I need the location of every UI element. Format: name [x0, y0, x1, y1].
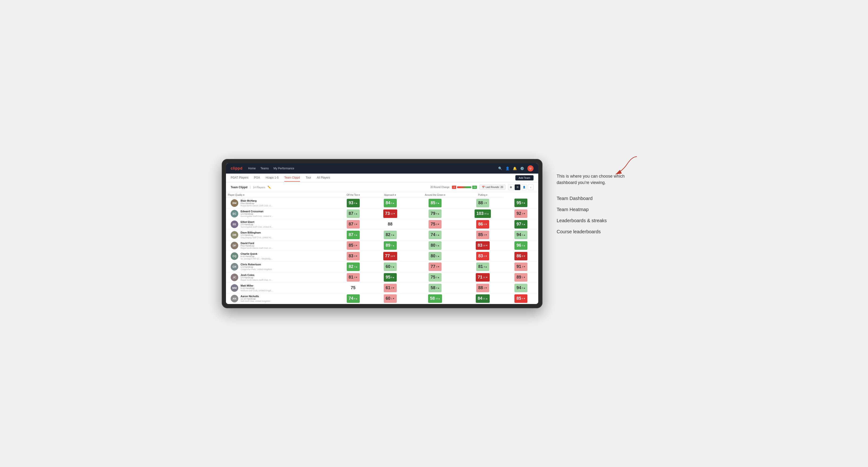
score-value: 95 — [517, 200, 521, 206]
player-name: Josh Coles — [241, 274, 333, 276]
table-row[interactable]: JCJosh Coles1-5 HandicapRoyal North Devo… — [226, 272, 538, 283]
nav-teams[interactable]: Teams — [260, 166, 269, 171]
view-table-icon[interactable]: ☰ — [515, 184, 520, 190]
player-cell: JCJosh Coles1-5 HandicapRoyal North Devo… — [226, 272, 335, 283]
score-change: 3 — [484, 234, 487, 236]
table-row[interactable]: BMBlair McHargPlus HandicapRoyal North D… — [226, 198, 538, 208]
last-rounds-value: 20 — [500, 186, 503, 188]
player-info: Blair McHargPlus HandicapRoyal North Dev… — [241, 199, 333, 207]
score-cell-putting: 854 — [503, 293, 538, 304]
player-cell: EEElliot Ebert1-5 HandicapSunningdale Go… — [226, 219, 335, 229]
table-row[interactable]: CRChris Robertson1-5 HandicapCraigmillar… — [226, 261, 538, 272]
col-off-tee[interactable]: Off the Tee ▾ — [335, 192, 372, 198]
score-cell-off_tee: 613 — [372, 283, 408, 293]
col-around-green[interactable]: Around the Green ▾ — [408, 192, 462, 198]
avatar[interactable]: U — [527, 165, 533, 172]
option-leaderboards[interactable]: Leaderboards & streaks — [557, 215, 646, 226]
table-row[interactable]: EEElliot Ebert1-5 HandicapSunningdale Go… — [226, 219, 538, 229]
player-cell: BMBlair McHargPlus HandicapRoyal North D… — [226, 198, 335, 208]
score-cell-off_tee: 7311 — [372, 208, 408, 219]
score-change: 6 — [391, 202, 395, 204]
score-cell-off_tee: 897 — [372, 240, 408, 251]
subnav-all-players[interactable]: All Players — [317, 174, 330, 182]
score-value: 96 — [517, 243, 521, 248]
user-icon[interactable]: 👤 — [505, 166, 509, 170]
table-row[interactable]: CQCharlie Quick6-10 HandicapSt. George's… — [226, 251, 538, 261]
score-cell-approach: 752 — [408, 272, 462, 283]
nav-home[interactable]: Home — [248, 166, 256, 171]
table-row[interactable]: MMMatt Miller6-10 HandicapWoburn Golf Cl… — [226, 283, 538, 293]
change-bar-visual — [457, 186, 471, 188]
player-cell: ECEdward Crossman1-5 HandicapSunningdale… — [226, 209, 335, 219]
option-course-leaderboards[interactable]: Course leaderboards — [557, 226, 646, 237]
score-change: 14 — [391, 255, 395, 257]
score-change: 3 — [436, 244, 440, 247]
player-club: Sunningdale Golf Club, United Kingdom — [241, 215, 274, 217]
score-value: 97 — [517, 222, 521, 227]
last-rounds-button[interactable]: 📅 Last Rounds: 20 — [479, 185, 506, 190]
score-value: 77 — [431, 264, 435, 269]
table-row[interactable]: DFDavid FordPlus HandicapRoyal North Dev… — [226, 240, 538, 251]
score-cell-player_quality: 874 — [335, 229, 372, 240]
score-cell-player_quality: 873 — [335, 219, 372, 229]
score-value: 83 — [478, 243, 483, 248]
score-cell-approach: 753 — [408, 219, 462, 229]
subnav-pgat[interactable]: PGAT Players — [231, 174, 248, 182]
bell-icon[interactable]: 🔔 — [513, 166, 517, 170]
nav-icons: 🔍 👤 🔔 ⚙️ U — [498, 165, 533, 172]
option-team-dashboard[interactable]: Team Dashboard — [557, 193, 646, 204]
score-value: 79 — [431, 211, 435, 216]
score-change: 3 — [354, 266, 358, 268]
col-putting[interactable]: Putting ▾ — [462, 192, 503, 198]
top-nav: clippd Home Teams My Performance 🔍 👤 🔔 ⚙… — [226, 163, 538, 174]
subnav-tour[interactable]: Tour — [306, 174, 311, 182]
player-name: Chris Robertson — [241, 263, 333, 266]
score-change: 3 — [522, 266, 526, 268]
score-cell-putting: 913 — [503, 261, 538, 272]
table-row[interactable]: ANAaron Nicholls11-15 HandicapDrift Golf… — [226, 293, 538, 304]
player-handicap: 1-5 Handicap — [241, 234, 333, 236]
score-change: 4 — [354, 202, 358, 204]
score-cell-player_quality: 833 — [335, 251, 372, 261]
score-value: 85 — [517, 296, 521, 301]
subnav-pga[interactable]: PGA — [254, 174, 260, 182]
arrow-down-icon — [485, 287, 487, 289]
view-download-icon[interactable]: ↓ — [528, 184, 533, 190]
col-player[interactable]: Player Quality ▾ — [226, 192, 335, 198]
player-info: Dave Billingham1-5 HandicapGog Magog Gol… — [241, 231, 333, 239]
arrow-up-icon — [393, 244, 395, 247]
table-row[interactable]: ECEdward Crossman1-5 HandicapSunningdale… — [226, 208, 538, 219]
score-change: 4 — [522, 298, 526, 300]
player-handicap: 11-15 Handicap — [241, 298, 333, 300]
nav-my-performance[interactable]: My Performance — [273, 166, 294, 171]
subnav-hcaps[interactable]: Hcaps 1-5 — [266, 174, 279, 182]
view-grid-icon[interactable]: ⊞ — [508, 184, 514, 190]
arrow-up-icon — [437, 255, 440, 257]
score-cell-player_quality: 823 — [335, 261, 372, 272]
search-icon[interactable]: 🔍 — [498, 166, 502, 170]
player-info: David FordPlus HandicapRoyal North Devon… — [241, 242, 333, 249]
option-team-heatmap[interactable]: Team Heatmap — [557, 204, 646, 215]
edit-icon[interactable]: ✏️ — [268, 186, 271, 189]
player-name: Blair McHarg — [241, 199, 333, 202]
score-cell-around_green: 8421 — [462, 293, 503, 304]
arrow-up-icon — [393, 202, 395, 204]
settings-icon[interactable]: ⚙️ — [520, 166, 524, 170]
avatar: EC — [231, 210, 238, 217]
avatar: EE — [231, 220, 238, 228]
add-team-button[interactable]: Add Team — [516, 175, 533, 181]
score-cell-off_tee: 602 — [372, 261, 408, 272]
view-person-icon[interactable]: 👤 — [521, 184, 527, 190]
arrow-up-icon — [393, 266, 395, 268]
arrow-up-icon — [523, 201, 526, 204]
col-approach[interactable]: Approach ▾ — [372, 192, 408, 198]
subnav-team-clippd[interactable]: Team Clippd — [284, 174, 300, 182]
score-value: 89 — [385, 243, 390, 248]
arrow-down-icon — [355, 255, 358, 257]
table-row[interactable]: DBDave Billingham1-5 HandicapGog Magog G… — [226, 229, 538, 240]
score-value: 93 — [349, 200, 353, 206]
arrow-down-icon — [485, 234, 487, 236]
score-change: 1 — [391, 298, 395, 300]
score-value: 103 — [476, 211, 484, 216]
player-cell: MMMatt Miller6-10 HandicapWoburn Golf Cl… — [226, 283, 335, 293]
